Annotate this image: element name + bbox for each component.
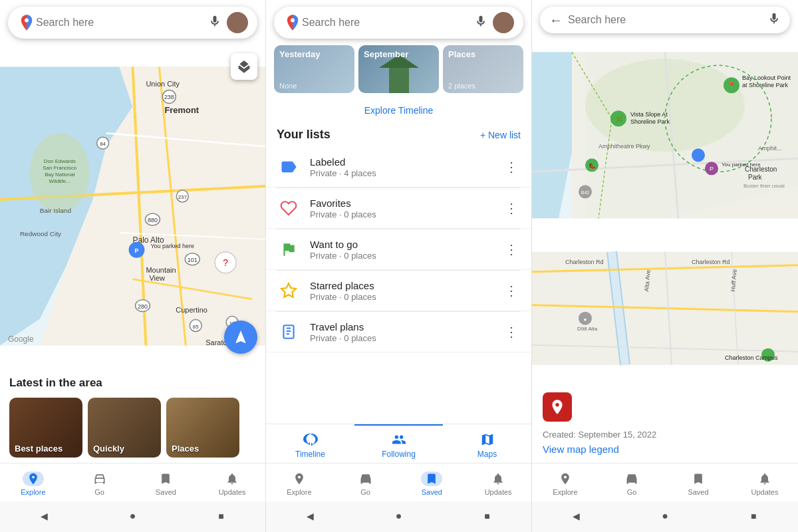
timeline-thumb-2[interactable]: Places 2 places <box>443 45 523 93</box>
latest-section: Latest in the area Best places Quickly P… <box>0 367 265 463</box>
updates-icon-wrap-middle <box>487 471 509 486</box>
recents-system-btn-middle[interactable]: ■ <box>478 507 497 525</box>
recents-system-btn-left[interactable]: ■ <box>212 507 231 525</box>
svg-text:Amphit...: Amphit... <box>758 145 782 152</box>
back-system-btn-middle[interactable]: ◀ <box>301 507 320 525</box>
nav-updates-middle[interactable]: Updates <box>465 469 531 499</box>
tab-maps-label: Maps <box>477 450 497 459</box>
right-map-sections: 📍 Bay Lookout Point at Shoreline Park 🌿 … <box>532 40 798 384</box>
thumb-label-september: September <box>364 49 408 59</box>
latest-card-1[interactable]: Quickly <box>88 398 161 458</box>
timeline-thumb-1[interactable]: September <box>358 45 439 93</box>
nav-go-left[interactable]: Go <box>66 469 133 499</box>
svg-text:280: 280 <box>138 303 148 310</box>
home-system-btn-right[interactable]: ● <box>656 507 674 525</box>
back-system-btn-right[interactable]: ◀ <box>567 507 586 525</box>
map-section-top-right[interactable]: 📍 Bay Lookout Point at Shoreline Park 🌿 … <box>532 40 798 231</box>
nav-explore-middle[interactable]: Explore <box>266 469 332 499</box>
card-label-1: Quickly <box>93 444 124 454</box>
nav-saved-right[interactable]: Saved <box>665 469 732 499</box>
nav-updates-right[interactable]: Updates <box>732 469 798 499</box>
view-legend-link[interactable]: View map legend <box>543 444 787 455</box>
bottom-nav-left: Explore Go Saved Updates <box>0 463 265 501</box>
list-item-want-to-go[interactable]: Want to go Private · 0 places ⋮ <box>266 229 531 270</box>
back-button-right[interactable]: ← <box>549 13 563 28</box>
list-meta-want-to-go: Private · 0 places <box>310 251 502 261</box>
list-more-starred[interactable]: ⋮ <box>502 283 521 299</box>
svg-text:Park: Park <box>748 174 763 181</box>
mic-icon-middle[interactable] <box>474 15 487 31</box>
nav-saved-label-left: Saved <box>156 488 176 496</box>
back-system-btn-left[interactable]: ◀ <box>35 507 54 525</box>
svg-text:📍: 📍 <box>728 81 736 90</box>
nav-updates-left[interactable]: Updates <box>199 469 265 499</box>
explore-timeline-link[interactable]: Explore Timeline <box>266 100 531 121</box>
svg-text:Fremont: Fremont <box>164 105 199 115</box>
go-icon-wrap-left <box>89 471 110 486</box>
svg-point-0 <box>25 19 29 23</box>
nav-go-label-middle: Go <box>360 488 370 496</box>
list-item-travel-plans[interactable]: Travel plans Private · 0 places ⋮ <box>266 312 531 352</box>
map-left[interactable]: 238 880 101 84 280 237 85 17 Don Edwards <box>0 45 265 367</box>
list-name-labeled: Labeled <box>310 156 502 168</box>
navigation-button[interactable] <box>224 321 257 354</box>
tab-following[interactable]: Following <box>354 424 443 463</box>
list-item-favorites[interactable]: Favorites Private · 0 places ⋮ <box>266 188 531 229</box>
home-system-btn-left[interactable]: ● <box>124 507 142 525</box>
list-meta-labeled: Private · 4 places <box>310 168 502 178</box>
map-section-mid-right[interactable]: Charleston Rd Charleston Rd Alta Ave Huf… <box>532 232 798 384</box>
card-label-0: Best places <box>15 444 63 454</box>
svg-text:Vista Slope At: Vista Slope At <box>630 111 668 118</box>
list-item-labeled[interactable]: Labeled Private · 4 places ⋮ <box>266 147 531 188</box>
list-more-labeled[interactable]: ⋮ <box>502 159 521 175</box>
nav-saved-middle[interactable]: Saved <box>399 469 466 499</box>
middle-panel: Yesterday None September Places 2 places… <box>266 0 532 532</box>
tab-timeline-label: Timeline <box>295 450 325 459</box>
nav-saved-left[interactable]: Saved <box>133 469 200 499</box>
nav-go-right[interactable]: Go <box>598 469 665 499</box>
tab-maps[interactable]: Maps <box>443 424 531 463</box>
nav-updates-label-right: Updates <box>751 488 779 496</box>
nav-explore-label-left: Explore <box>21 488 45 496</box>
tab-timeline[interactable]: Timeline <box>266 424 354 463</box>
system-nav-right: ◀ ● ■ <box>532 501 798 532</box>
search-input-middle[interactable] <box>302 17 469 29</box>
recents-system-btn-right[interactable]: ■ <box>744 507 763 525</box>
search-bar-right: ← <box>540 7 790 33</box>
mic-icon-left[interactable] <box>208 15 221 31</box>
list-more-want-to-go[interactable]: ⋮ <box>502 241 521 257</box>
home-system-btn-middle[interactable]: ● <box>390 507 408 525</box>
nav-explore-right[interactable]: Explore <box>532 469 598 499</box>
search-input-left[interactable] <box>36 17 203 29</box>
svg-text:P: P <box>134 247 138 254</box>
saved-icon-wrap-right <box>688 471 709 486</box>
mic-icon-right[interactable] <box>767 12 781 28</box>
avatar-middle[interactable] <box>493 12 514 33</box>
svg-text:View: View <box>149 274 165 282</box>
nav-explore-left[interactable]: Explore <box>0 469 66 499</box>
latest-card-2[interactable]: Places <box>166 398 239 458</box>
google-maps-icon <box>17 13 36 32</box>
latest-cards: Best places Quickly Places <box>9 398 256 458</box>
layers-button[interactable] <box>231 53 257 80</box>
list-item-starred[interactable]: Starred places Private · 0 places ⋮ <box>266 271 531 311</box>
list-more-travel-plans[interactable]: ⋮ <box>502 324 521 340</box>
nav-go-label-left: Go <box>94 488 104 496</box>
svg-text:Bair Island: Bair Island <box>40 207 71 214</box>
new-list-button[interactable]: + New list <box>480 130 521 140</box>
svg-text:Don Edwards: Don Edwards <box>44 158 76 164</box>
list-name-want-to-go: Want to go <box>310 239 502 250</box>
saved-icon-wrap-left <box>155 471 176 486</box>
search-bar-left <box>8 7 257 39</box>
avatar-left[interactable] <box>227 12 248 33</box>
search-input-right[interactable] <box>568 14 762 26</box>
latest-card-0[interactable]: Best places <box>9 398 82 458</box>
google-maps-icon-middle <box>283 13 302 32</box>
saved-icon-wrap-middle <box>421 471 442 486</box>
list-more-favorites[interactable]: ⋮ <box>502 200 521 216</box>
nav-go-middle[interactable]: Go <box>332 469 399 499</box>
svg-text:Redwood City: Redwood City <box>20 230 61 237</box>
timeline-thumb-0[interactable]: Yesterday None <box>274 45 354 93</box>
thumb-label-2places: 2 places <box>448 82 475 90</box>
svg-text:🌿: 🌿 <box>615 115 623 123</box>
